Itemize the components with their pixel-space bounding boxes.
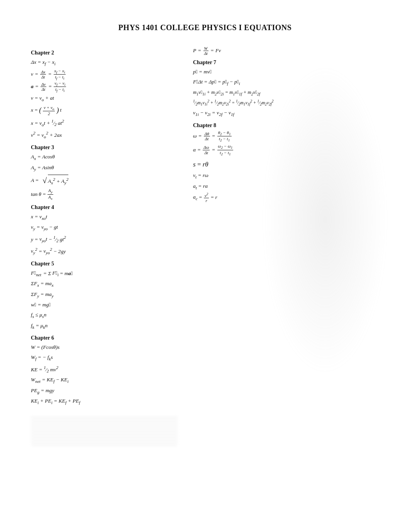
- eq-at: at = rα: [193, 182, 379, 192]
- eq-impulse: F⃗Δt = Δp⃗ = p⃗f − p⃗i: [193, 77, 379, 88]
- eq-vy: vy = vyo − gt: [31, 223, 178, 233]
- eq-v-squared: v2 = vo2 + 2ax: [31, 129, 178, 141]
- eq-wnet: Wnet = KEf − KEi: [31, 375, 178, 386]
- eq-omega: ω = ΔθΔt = θ2 − θ1t2 − t1: [193, 130, 379, 143]
- eq-arc-length: s = rθ: [193, 158, 379, 170]
- chapter4-heading: Chapter 4: [31, 204, 178, 211]
- eq-delta-x: Δx = xf − xi: [31, 58, 178, 68]
- eq-ax: Ax = Acosθ: [31, 152, 178, 163]
- page-title: PHYS 1401 COLLEGE PHYSICS I EQUATIONS: [31, 23, 379, 32]
- left-column: Chapter 2 Δx = xf − xi v = ΔxΔt = xf − x…: [31, 46, 178, 445]
- eq-peg: PEg = mgy: [31, 386, 178, 396]
- eq-y-proj: y = vyot − 1⁄2 gt2: [31, 233, 178, 245]
- eq-v-avg: v = ΔxΔt = xf − xitf − ti: [31, 68, 178, 81]
- eq-fy: ΣFy = may: [31, 290, 178, 300]
- eq-weight: w⃗ = mg⃗: [31, 300, 178, 310]
- eq-a-avg: a = ΔvΔt = vf − vitf − ti: [31, 81, 178, 93]
- eq-cons-momentum: m1v⃗1i + m2v⃗2i = m1v⃗1f + m2v⃗2f: [193, 88, 379, 98]
- eq-momentum: p⃗ = mv⃗: [193, 67, 379, 77]
- eq-fnet: F⃗net = Σ F⃗i = ma⃗: [31, 269, 178, 279]
- eq-alpha: α = ΔωΔt = ω2 − ω1t2 − t1: [193, 144, 379, 156]
- eq-ay: Ay = Asinθ: [31, 163, 178, 173]
- eq-v-at: v = vo + at: [31, 93, 178, 104]
- eq-power: P = WΔt = Fv: [193, 46, 379, 56]
- eq-fx: ΣFx = max: [31, 279, 178, 289]
- chapter2-heading: Chapter 2: [31, 50, 178, 56]
- right-column: P = WΔt = Fv Chapter 7 p⃗ = mv⃗ F⃗Δt = Δ…: [193, 46, 379, 445]
- eq-wf: Wf = − fks: [31, 353, 178, 363]
- eq-x-proj: x = vxot: [31, 212, 178, 223]
- blurred-bottom-left: [31, 415, 178, 445]
- eq-elastic-cond: v1i − v2i = v2f − v1f: [193, 108, 379, 119]
- chapter3-heading: Chapter 3: [31, 144, 178, 151]
- eq-a-magnitude: A = √ Ax2 + Ay2: [31, 173, 178, 188]
- eq-cons-ke: 1⁄2m1v1i2 + 1⁄2m2v2i2 = 1⁄2m1v1f2 + 1⁄2m…: [193, 98, 379, 108]
- chapter8-heading: Chapter 8: [193, 122, 379, 129]
- eq-conservation: KEi + PEi = KEf + PEf: [31, 396, 178, 407]
- eq-x-avg-v: x = ( v + vo2 ) t: [31, 104, 178, 117]
- eq-vt: vt = rω: [193, 171, 379, 181]
- eq-ac: ac = v2r = r: [193, 192, 379, 203]
- chapter7-heading: Chapter 7: [193, 59, 379, 66]
- eq-ke: KE = 1⁄2 mv2: [31, 364, 178, 375]
- eq-fs: fs ≤ μsn: [31, 310, 178, 321]
- chapter6-heading: Chapter 6: [31, 335, 178, 341]
- eq-tan-theta: tanθ = AyAx: [31, 188, 178, 201]
- eq-work: W = (Fcosθ)s: [31, 343, 178, 352]
- eq-x-kinematic: x = vot + 1⁄2 at2: [31, 117, 178, 129]
- chapter5-heading: Chapter 5: [31, 261, 178, 267]
- eq-fk: fk = μkn: [31, 321, 178, 331]
- eq-vy-sq: vy2 = vyo2 − 2gy: [31, 245, 178, 257]
